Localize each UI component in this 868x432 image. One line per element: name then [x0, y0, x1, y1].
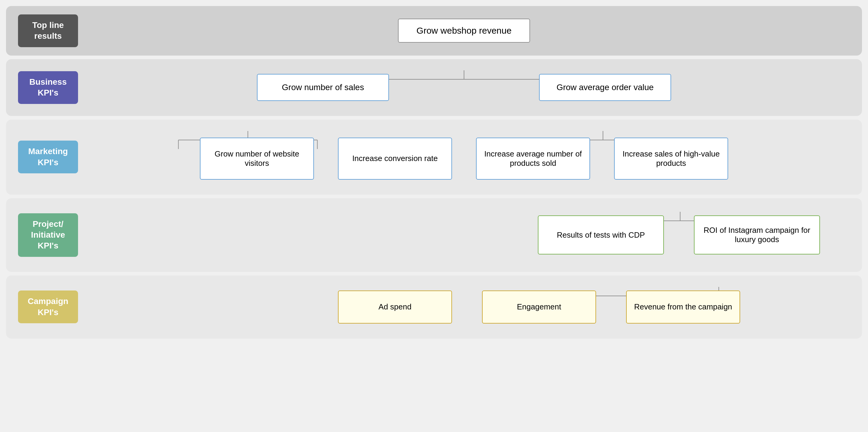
- campaign-content: Ad spend Engagement Revenue from the cam…: [78, 290, 850, 323]
- project-content: Results of tests with CDP ROI of Instagr…: [78, 215, 850, 255]
- project-label: Project/ Initiative KPI's: [18, 213, 78, 257]
- project-band: Project/ Initiative KPI's Results of tes…: [6, 198, 862, 272]
- node-increase-avg-products: Increase average number of products sold: [476, 138, 590, 180]
- campaign-band: Campaign KPI's Ad spend Engagement Reven…: [6, 276, 862, 339]
- marketing-content: Grow number of website visitors Increase…: [78, 135, 850, 180]
- node-revenue-campaign: Revenue from the campaign: [626, 290, 740, 323]
- node-grow-website-visitors: Grow number of website visitors: [200, 138, 314, 180]
- business-label: Business KPI's: [18, 71, 78, 104]
- topline-label: Top line results: [18, 15, 78, 47]
- topline-content: Grow webshop revenue: [78, 19, 850, 42]
- node-engagement: Engagement: [482, 290, 596, 323]
- topline-band: Top line results Grow webshop revenue: [6, 6, 862, 56]
- node-ad-spend: Ad spend: [338, 290, 452, 323]
- node-results-cdp: Results of tests with CDP: [538, 215, 664, 255]
- node-grow-number-of-sales: Grow number of sales: [257, 74, 389, 101]
- business-content: Grow number of sales Grow average order …: [78, 74, 850, 101]
- node-roi-instagram: ROI of Instagram campaign for luxury goo…: [694, 215, 820, 255]
- business-band: Business KPI's Grow number of sales Grow…: [6, 59, 862, 116]
- campaign-label: Campaign KPI's: [18, 290, 78, 323]
- node-increase-high-value-sales: Increase sales of high-value products: [614, 138, 728, 180]
- marketing-label: Marketing KPI's: [18, 141, 78, 173]
- node-grow-webshop-revenue: Grow webshop revenue: [398, 19, 530, 42]
- node-increase-conversion-rate: Increase conversion rate: [338, 138, 452, 180]
- node-grow-average-order-value: Grow average order value: [539, 74, 671, 101]
- marketing-band: Marketing KPI's Grow number of website v…: [6, 120, 862, 195]
